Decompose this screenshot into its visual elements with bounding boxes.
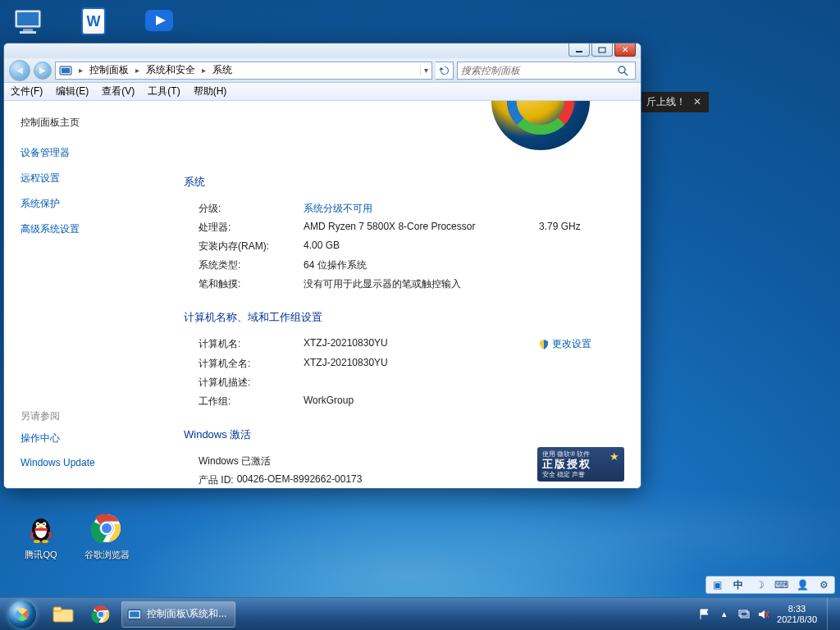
ime-lang-button[interactable]: 中 <box>731 578 746 592</box>
menu-view[interactable]: 查看(V) <box>95 84 141 98</box>
svg-rect-3 <box>20 31 36 34</box>
ram-value: 4.00 GB <box>304 240 621 253</box>
computer-name-value: XTZJ-20210830YU <box>304 337 539 352</box>
refresh-button[interactable] <box>436 62 454 80</box>
nav-back-button[interactable]: ◄ <box>9 60 30 81</box>
sidebar-home[interactable]: 控制面板主页 <box>21 116 164 130</box>
ram-label: 安装内存(RAM): <box>199 240 304 253</box>
ime-keyboard-icon[interactable]: ⌨ <box>774 578 788 592</box>
type-value: 64 位操作系统 <box>304 258 621 272</box>
desktop-icon-chrome[interactable]: 谷歌浏览器 <box>77 512 136 562</box>
svg-text:W: W <box>87 13 101 30</box>
desktop-icon-computer[interactable] <box>11 5 44 38</box>
maximize-button[interactable] <box>591 43 613 57</box>
tray-volume-icon[interactable] <box>757 608 770 621</box>
desc-label: 计算机描述: <box>199 376 304 390</box>
menu-file[interactable]: 文件(F) <box>4 84 49 98</box>
taskbar-pin-chrome[interactable] <box>83 601 119 628</box>
ime-gear-icon[interactable]: ⚙ <box>816 578 831 592</box>
change-settings-label: 更改设置 <box>552 337 591 351</box>
product-id-value: 00426-OEM-8992662-00173 <box>237 473 363 487</box>
sidebar-see-also-head: 另请参阅 <box>21 409 164 423</box>
taskbar: 控制面板\系统和... ▴ 8:33 2021/8/30 <box>0 597 840 630</box>
clock-time: 8:33 <box>777 604 817 614</box>
titlebar[interactable]: ✕ <box>4 43 641 58</box>
desktop-icon-media[interactable] <box>143 5 176 38</box>
windows-start-orb-icon <box>8 600 36 628</box>
shield-icon <box>539 340 549 349</box>
sidebar-link-protection[interactable]: 系统保护 <box>21 197 164 211</box>
svg-rect-23 <box>34 528 48 531</box>
breadcrumb-level2[interactable]: 系统 <box>209 62 235 79</box>
tray-clock[interactable]: 8:33 2021/8/30 <box>777 604 820 623</box>
search-icon[interactable] <box>617 65 635 76</box>
show-desktop-button[interactable] <box>827 598 837 631</box>
cpu-value: AMD Ryzen 7 5800X 8-Core Processor <box>304 221 539 235</box>
sidebar-link-remote[interactable]: 远程设置 <box>21 171 164 185</box>
notification-text: 斤上线！ <box>646 95 686 109</box>
breadcrumb-root[interactable]: 控制面板 <box>86 62 132 79</box>
genuine-badge: 使用 微软® 软件 正版授权 安全 稳定 声誉 <box>537 447 624 482</box>
notification-banner: 斤上线！ ✕ <box>637 92 709 112</box>
chevron-right-icon[interactable]: ▸ <box>132 66 143 75</box>
tray-flag-icon[interactable] <box>698 608 711 621</box>
svg-rect-11 <box>62 68 70 73</box>
nav-forward-button[interactable]: ► <box>34 62 52 80</box>
chevron-right-icon[interactable]: ▸ <box>199 66 209 75</box>
sidebar-link-device-manager[interactable]: 设备管理器 <box>21 146 164 160</box>
genuine-badge-line3: 安全 稳定 声誉 <box>542 471 619 479</box>
rating-label: 分级: <box>199 202 304 216</box>
pen-value: 没有可用于此显示器的笔或触控输入 <box>304 277 621 291</box>
change-settings-link[interactable]: 更改设置 <box>539 337 591 351</box>
chevron-right-icon[interactable]: ▸ <box>75 66 86 75</box>
desktop-icon-wps[interactable]: W <box>77 5 110 38</box>
svg-rect-29 <box>53 607 62 611</box>
svg-rect-1 <box>17 12 39 25</box>
taskbar-pin-explorer[interactable] <box>45 601 81 628</box>
genuine-badge-line2: 正版授权 <box>542 458 619 471</box>
system-tray: ▴ 8:33 2021/8/30 <box>692 598 840 630</box>
qq-penguin-icon <box>25 512 57 545</box>
menu-bar: 文件(F) 编辑(E) 查看(V) 工具(T) 帮助(H) <box>4 83 641 101</box>
sidebar-link-action-center[interactable]: 操作中心 <box>21 431 164 445</box>
breadcrumb-icon[interactable] <box>56 62 75 79</box>
close-button[interactable]: ✕ <box>614 43 636 57</box>
control-panel-window: ✕ ◄ ► ▸ 控制面板 ▸ 系统和安全 ▸ 系统 ▾ 文件 <box>3 43 641 489</box>
menu-tools[interactable]: 工具(T) <box>141 84 186 98</box>
computer-name-label: 计算机名: <box>199 337 304 352</box>
tray-chevron-up-icon[interactable]: ▴ <box>718 608 731 621</box>
svg-point-19 <box>43 523 45 525</box>
breadcrumb-level1[interactable]: 系统和安全 <box>143 62 199 79</box>
notification-close-icon[interactable]: ✕ <box>691 95 704 108</box>
svg-line-13 <box>624 72 628 75</box>
ime-moon-icon[interactable]: ☽ <box>752 578 767 592</box>
desktop-icon-label: 谷歌浏览器 <box>77 548 136 562</box>
section-head-name: 计算机名称、域和工作组设置 <box>184 310 621 325</box>
taskbar-item-control-panel[interactable]: 控制面板\系统和... <box>121 601 235 628</box>
workgroup-value: WorkGroup <box>304 395 621 409</box>
search-box[interactable] <box>457 62 636 80</box>
start-button[interactable] <box>0 598 44 631</box>
search-input[interactable] <box>458 65 617 76</box>
address-dropdown-icon[interactable]: ▾ <box>420 66 431 75</box>
svg-point-22 <box>42 540 48 543</box>
menu-help[interactable]: 帮助(H) <box>187 84 234 98</box>
fullname-value: XTZJ-20210830YU <box>304 357 621 371</box>
ime-user-icon[interactable]: 👤 <box>795 578 810 592</box>
section-head-system: 系统 <box>184 175 621 189</box>
ime-check-icon[interactable]: ▣ <box>710 578 724 592</box>
cpu-label: 处理器: <box>199 221 304 235</box>
sidebar-link-windows-update[interactable]: Windows Update <box>21 457 164 468</box>
taskbar-item-label: 控制面板\系统和... <box>147 607 226 621</box>
desktop-icon-qq[interactable]: 腾讯QQ <box>11 512 71 562</box>
menu-edit[interactable]: 编辑(E) <box>49 84 95 98</box>
tray-network-icon[interactable] <box>737 608 751 621</box>
address-bar[interactable]: ▸ 控制面板 ▸ 系统和安全 ▸ 系统 ▾ <box>55 62 432 80</box>
minimize-button[interactable] <box>568 43 590 57</box>
ime-toolbar[interactable]: ▣ 中 ☽ ⌨ 👤 ⚙ <box>705 576 835 594</box>
sidebar-link-advanced[interactable]: 高级系统设置 <box>21 222 164 236</box>
cpu-speed: 3.79 GHz <box>539 221 621 235</box>
rating-value-link[interactable]: 系统分级不可用 <box>304 202 621 216</box>
svg-rect-2 <box>23 29 33 31</box>
content-area: 系统 分级: 系统分级不可用 处理器: AMD Ryzen 7 5800X 8-… <box>164 101 641 488</box>
